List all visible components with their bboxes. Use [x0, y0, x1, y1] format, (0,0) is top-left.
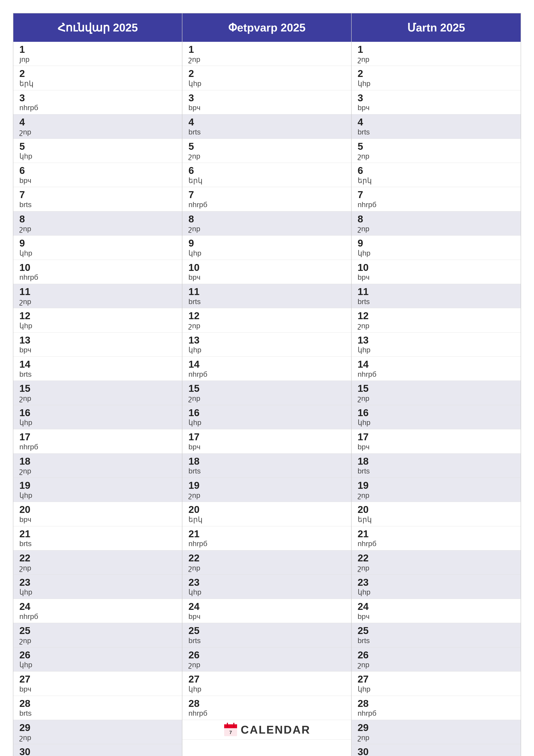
day-number: 27 — [189, 674, 345, 685]
day-row: 5կhp — [13, 139, 182, 163]
day-name: երկ — [189, 515, 345, 524]
day-name: կhp — [358, 685, 515, 693]
day-number: 27 — [19, 674, 176, 685]
day-row: 4brts — [182, 115, 351, 139]
day-name: շnp — [19, 636, 176, 645]
march-header: Մartn 2025 — [352, 14, 521, 42]
day-name: շnp — [19, 224, 176, 233]
day-number: 15 — [19, 383, 176, 394]
day-row: 20երկ — [182, 502, 351, 526]
day-name: շnp — [358, 564, 515, 572]
day-row: 26շnp — [182, 647, 351, 671]
day-number: 14 — [358, 359, 515, 370]
day-number: 18 — [19, 456, 176, 467]
day-number: 22 — [19, 553, 176, 564]
day-name: շnp — [358, 394, 515, 403]
day-number: 20 — [189, 504, 345, 515]
day-name: երկ — [189, 176, 345, 185]
day-name: շnp — [358, 660, 515, 669]
day-name: brts — [358, 636, 515, 645]
day-name: bpч — [358, 612, 515, 621]
day-number: 25 — [358, 625, 515, 636]
day-number: 17 — [19, 431, 176, 443]
day-row: 12շnp — [352, 308, 521, 332]
day-number: 16 — [358, 407, 515, 418]
day-name: bpч — [19, 345, 176, 354]
day-name: կhp — [358, 345, 515, 354]
day-number: 11 — [358, 286, 515, 297]
day-row: 4brts — [352, 115, 521, 139]
day-number: 25 — [19, 625, 176, 636]
day-row: 2կhp — [182, 66, 351, 90]
day-name: շnp — [19, 733, 176, 742]
day-name: կhp — [19, 152, 176, 161]
day-row: 1շnp — [182, 42, 351, 66]
day-row: 7 CALENDAR — [182, 720, 351, 740]
day-row: 20երկ — [352, 502, 521, 526]
day-name: brts — [19, 539, 176, 548]
day-number: 10 — [19, 262, 176, 273]
day-name: կhp — [189, 345, 345, 354]
day-number: 29 — [19, 722, 176, 733]
day-number: 15 — [358, 383, 515, 394]
day-number: 12 — [189, 310, 345, 321]
day-number: 1 — [19, 44, 176, 55]
day-row: 21brts — [13, 526, 182, 551]
day-name: nhrpб — [189, 200, 345, 209]
day-number: 28 — [189, 698, 345, 709]
day-name: bpч — [189, 443, 345, 451]
day-number: 22 — [358, 553, 515, 564]
day-number: 6 — [189, 165, 345, 176]
day-number: 6 — [358, 165, 515, 176]
day-number: 2 — [19, 68, 176, 79]
day-row: 30կhp — [352, 744, 521, 756]
day-row: 30կhp — [13, 744, 182, 756]
day-name: bpч — [19, 176, 176, 185]
day-row: 27կhp — [352, 671, 521, 696]
day-number: 27 — [358, 674, 515, 685]
day-number: 20 — [358, 504, 515, 515]
day-number: 5 — [189, 141, 345, 152]
day-name: bpч — [358, 273, 515, 282]
day-row: 27կhp — [182, 671, 351, 696]
day-name: brts — [189, 127, 345, 136]
day-number: 17 — [358, 431, 515, 443]
day-number: 21 — [189, 528, 345, 539]
february-column: 1շnp2կhp3bpч4brts5շnp6երկ7nhrpб8շnp9կhp1… — [182, 42, 351, 756]
day-number: 28 — [358, 698, 515, 709]
day-number: 8 — [189, 214, 345, 225]
day-name: brts — [358, 467, 515, 475]
day-row: 13bpч — [13, 333, 182, 357]
day-row: 15շnp — [13, 381, 182, 405]
day-number: 3 — [19, 93, 176, 103]
day-number: 17 — [189, 431, 345, 443]
day-row: 10nhrpб — [13, 260, 182, 284]
day-row: 25շnp — [13, 623, 182, 647]
day-row: 3nhrpб — [13, 90, 182, 115]
day-number: 26 — [19, 650, 176, 661]
day-number: 30 — [358, 746, 515, 756]
calendar-main: Հունվար 2025 Փetpvarp 2025 Մartn 2025 1յ… — [13, 13, 521, 756]
day-name: կhp — [189, 685, 345, 693]
day-number: 2 — [358, 68, 515, 79]
day-name: կhp — [19, 588, 176, 597]
day-number: 9 — [358, 238, 515, 249]
day-name: bpч — [189, 273, 345, 282]
day-name: bpч — [358, 443, 515, 451]
day-row: 28nhrpб — [182, 696, 351, 720]
day-row: 6bpч — [13, 163, 182, 187]
day-row: 2երկ — [13, 66, 182, 90]
day-name: շnp — [189, 55, 345, 64]
day-row: 19շnp — [182, 478, 351, 502]
day-name: շnp — [19, 127, 176, 136]
day-row: 23կhp — [182, 575, 351, 599]
day-number: 13 — [189, 335, 345, 346]
day-number: 13 — [358, 335, 515, 346]
day-name: շnp — [189, 394, 345, 403]
day-row: 9կhp — [182, 235, 351, 260]
day-name: nhrpб — [19, 443, 176, 451]
day-row: 1շnp — [352, 42, 521, 66]
day-name: շnp — [358, 152, 515, 161]
day-number: 26 — [358, 650, 515, 661]
day-row: 28nhrpб — [352, 696, 521, 720]
